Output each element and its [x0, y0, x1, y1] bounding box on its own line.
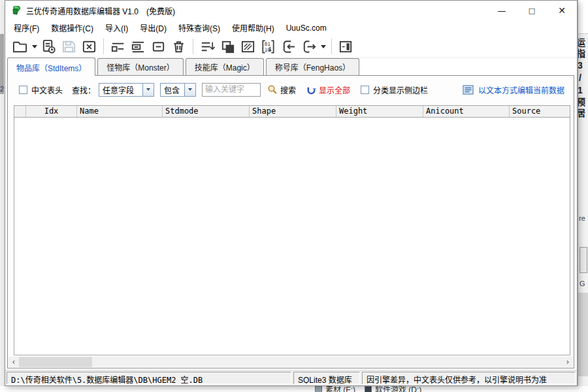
- import-button[interactable]: [278, 37, 299, 56]
- delete-record-icon: [150, 39, 167, 55]
- grid-header-row: Idx Name Stdmode Shape Weight Anicount S…: [14, 106, 570, 118]
- goto-record-button[interactable]: [197, 37, 218, 56]
- column-header-anicount[interactable]: Anicount: [423, 106, 510, 117]
- background-window-bottom-sliver: 素材 (F:) 软件游戏 (D:): [0, 386, 588, 392]
- filter-bar: 中文表头 查找： 任意字段 包含 搜索 显示全部 分类显示侧边栏: [8, 76, 574, 103]
- background-drive-item: 软件游戏 (D:): [365, 386, 421, 392]
- sidebar-label: 分类显示侧边栏: [373, 84, 428, 95]
- data-grid: Idx Name Stdmode Shape Weight Anicount S…: [14, 105, 570, 355]
- insert-record-icon: [130, 39, 146, 55]
- search-icon: [267, 84, 278, 95]
- background-window-right-sliver: 运指3/1预居 re G: [578, 0, 588, 392]
- file-history-button[interactable]: [39, 37, 59, 56]
- chevron-down-icon: [146, 88, 150, 91]
- dropdown-button[interactable]: [142, 84, 154, 96]
- svg-text:01: 01: [265, 41, 271, 47]
- delete-record-button[interactable]: [148, 37, 169, 56]
- menu-website[interactable]: UuuSc.com: [280, 22, 333, 35]
- background-text-fragment: re: [579, 214, 585, 222]
- toolbar: 0110: [5, 35, 577, 58]
- copy-record-button[interactable]: [218, 37, 238, 56]
- app-icon-green-gem: [11, 5, 22, 16]
- close-file-button[interactable]: [79, 37, 99, 56]
- numeric-sort-icon: 0110: [260, 39, 276, 55]
- column-header-shape[interactable]: Shape: [250, 106, 336, 117]
- chinese-header-checkbox[interactable]: [19, 86, 27, 94]
- grid-body-empty[interactable]: [14, 118, 570, 355]
- menu-help[interactable]: 使用帮助(H): [226, 20, 280, 35]
- scrollbar-thumb[interactable]: [19, 357, 92, 367]
- field-select-value: 任意字段: [103, 84, 134, 95]
- tab-page-stditems: 中文表头 查找： 任意字段 包含 搜索 显示全部 分类显示侧边栏: [7, 75, 574, 368]
- field-select[interactable]: 任意字段: [99, 83, 154, 97]
- column-header-source[interactable]: Source: [510, 106, 570, 117]
- add-record-button[interactable]: [108, 37, 128, 56]
- file-history-icon: [41, 39, 57, 55]
- save-floppy-icon: [61, 39, 77, 55]
- open-folder-icon: [12, 39, 28, 55]
- column-header-stdmode[interactable]: Stdmode: [163, 106, 250, 117]
- scroll-left-arrow-icon[interactable]: ‹: [8, 357, 19, 367]
- menu-program[interactable]: 程序(F): [8, 20, 45, 35]
- column-header-name[interactable]: Name: [77, 106, 163, 117]
- column-header-selector[interactable]: [14, 106, 26, 117]
- dropdown-button[interactable]: [184, 84, 195, 96]
- open-file-dropdown[interactable]: [30, 37, 39, 56]
- show-all-button[interactable]: 显示全部: [306, 84, 350, 95]
- copy-icon: [220, 39, 236, 55]
- match-select-value: 包含: [164, 84, 180, 95]
- toolbar-separator: [331, 39, 332, 54]
- match-select[interactable]: 包含: [160, 83, 196, 97]
- tab-fenghaos[interactable]: 称号库（FengHaos）: [266, 58, 359, 75]
- insert-record-button[interactable]: [128, 37, 148, 56]
- column-header-idx[interactable]: Idx: [26, 106, 77, 117]
- toolbar-separator: [193, 39, 193, 54]
- minimize-button[interactable]: —: [487, 1, 517, 20]
- save-button[interactable]: [59, 37, 79, 56]
- text-document-icon: [463, 85, 474, 95]
- tab-magic[interactable]: 技能库（Magic）: [186, 58, 264, 75]
- toolbar-separator: [103, 39, 104, 54]
- scroll-right-arrow-icon[interactable]: ›: [563, 357, 573, 367]
- background-block: [578, 293, 588, 376]
- numeric-sort-button[interactable]: 0110: [258, 37, 278, 56]
- menu-export[interactable]: 导出(D): [134, 20, 172, 35]
- exit-door-icon: [338, 39, 354, 55]
- background-panel-fragment: [580, 247, 587, 273]
- sidebar-checkbox[interactable]: [361, 86, 369, 94]
- horizontal-scrollbar[interactable]: ‹ ›: [8, 357, 573, 367]
- tab-monster[interactable]: 怪物库（Monster）: [97, 58, 183, 75]
- background-text-fragment: 2: [0, 85, 4, 93]
- background-text-fragment: G: [580, 280, 585, 287]
- keyword-input[interactable]: [202, 83, 261, 97]
- status-db-type: SQLite3 数据库: [293, 372, 360, 384]
- add-record-icon: [110, 39, 126, 55]
- column-header-weight[interactable]: Weight: [336, 106, 423, 117]
- delete-all-button[interactable]: [169, 37, 189, 56]
- drive-icon: [315, 386, 322, 392]
- background-drive-item: 素材 (F:): [315, 386, 355, 392]
- open-file-button[interactable]: [10, 37, 30, 56]
- background-window-left-sliver: 2: [0, 0, 5, 392]
- status-db-path: D:\传奇相关软件\5.数据库编辑器\DB\HGEM2_空.DB: [7, 372, 291, 384]
- image-view-button[interactable]: [238, 37, 258, 56]
- close-button[interactable]: ✕: [547, 1, 577, 20]
- search-button[interactable]: 搜索: [267, 84, 296, 95]
- export-dropdown[interactable]: [319, 37, 327, 56]
- tab-stditems[interactable]: 物品库（StdItems）: [7, 57, 95, 76]
- chinese-header-label: 中文表头: [31, 84, 63, 95]
- export-button[interactable]: [299, 37, 319, 56]
- status-note: 因引擎差异，中文表头仅供参考，以引擎说明书为准: [362, 372, 576, 384]
- edit-as-text-button[interactable]: 以文本方式编辑当前数据: [463, 84, 564, 95]
- menu-import[interactable]: 导入(I): [99, 20, 134, 35]
- menu-bar: 程序(F) 数据操作(C) 导入(I) 导出(D) 特殊查询(S) 使用帮助(H…: [5, 20, 577, 35]
- menu-data-ops[interactable]: 数据操作(C): [45, 20, 99, 35]
- find-label: 查找：: [72, 84, 95, 95]
- maximize-button[interactable]: □: [517, 1, 547, 20]
- tab-strip: 物品库（StdItems） 怪物库（Monster） 技能库（Magic） 称号…: [7, 58, 574, 75]
- image-hatch-icon: [240, 39, 256, 55]
- chevron-down-icon: [188, 88, 192, 91]
- menu-special-query[interactable]: 特殊查询(S): [172, 20, 226, 35]
- exit-button[interactable]: [336, 37, 356, 56]
- background-vertical-text: 运指3/1预居: [578, 38, 587, 120]
